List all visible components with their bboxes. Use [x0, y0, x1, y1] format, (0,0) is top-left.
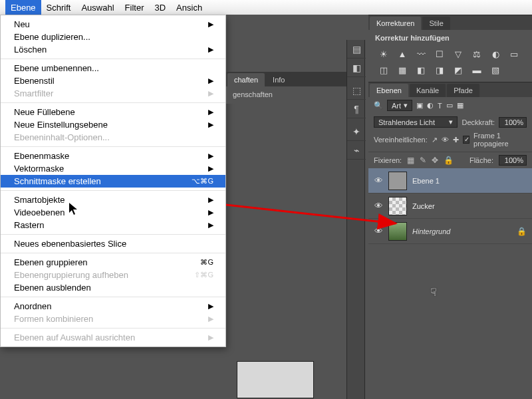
menu-item-label: Ebene umbenennen... — [14, 63, 99, 73]
submenu-arrow-icon: ▶ — [208, 120, 213, 129]
levels-icon[interactable]: ▲ — [396, 49, 408, 59]
layer-row[interactable]: 👁Ebene 1 — [368, 168, 532, 194]
menu-item-label: Ebeneninhalt-Optionen... — [14, 132, 110, 142]
filter-pixel-icon[interactable]: ▣ — [416, 101, 423, 110]
layer-name[interactable]: Zucker — [412, 202, 435, 210]
dock-icon[interactable]: ✦ — [347, 122, 366, 141]
menu-item[interactable]: Ebenen ausblenden — [1, 281, 225, 294]
fill-input[interactable]: 100% — [499, 155, 527, 166]
layer-name[interactable]: Ebene 1 — [412, 177, 440, 185]
tab-stile[interactable]: Stile — [422, 17, 450, 30]
lock-brush-icon[interactable]: ✎ — [420, 156, 426, 165]
menu-auswahl[interactable]: Auswahl — [76, 0, 119, 15]
ebene-dropdown: Neu▶Ebene duplizieren...Löschen▶Ebene um… — [0, 15, 226, 347]
filter-type-select[interactable]: Art▾ — [387, 100, 412, 111]
menu-item-label: Neue Füllebene — [14, 107, 75, 117]
photo-filter-icon[interactable]: ▭ — [508, 49, 520, 59]
channel-mixer-icon[interactable]: ◫ — [378, 65, 390, 75]
submenu-arrow-icon: ▶ — [208, 315, 213, 323]
layer-thumbnail[interactable] — [388, 172, 407, 190]
layer-row[interactable]: 👁Zucker — [368, 194, 532, 219]
filter-type-icon[interactable]: T — [438, 102, 442, 110]
unify-position-icon[interactable]: ↗ — [432, 136, 438, 144]
blend-mode-select[interactable]: Strahlendes Licht ▾ — [374, 116, 458, 128]
filter-adjust-icon[interactable]: ◐ — [427, 101, 434, 110]
menu-item-label: Formen kombinieren — [14, 314, 93, 324]
menu-item-label: Ebenen ausblenden — [14, 283, 91, 293]
menu-item[interactable]: Neue Einstellungsebene▶ — [1, 118, 225, 131]
threshold-icon[interactable]: ◩ — [452, 65, 464, 75]
propagate-checkbox[interactable] — [463, 136, 469, 144]
menu-item: Ebeneninhalt-Optionen... — [1, 131, 225, 144]
properties-panel: chaften Info genschaften — [226, 72, 352, 104]
adjustments-panel: Korrekturen Stile Korrektur hinzufügen ☀… — [368, 15, 532, 82]
menu-item[interactable]: Rastern▶ — [1, 219, 225, 231]
selective-color-icon[interactable]: ▧ — [489, 65, 501, 75]
balance-icon[interactable]: ⚖ — [471, 49, 483, 59]
tab-korrekturen[interactable]: Korrekturen — [370, 17, 421, 30]
dock-icon[interactable]: ◧ — [347, 59, 366, 77]
tab-pfade[interactable]: Pfade — [447, 84, 479, 97]
menu-item-label: Anordnen — [14, 301, 51, 311]
opacity-input[interactable]: 100% — [499, 117, 527, 128]
menu-item[interactable]: Anordnen▶ — [1, 300, 225, 313]
menu-item[interactable]: Löschen▶ — [1, 43, 225, 56]
filter-shape-icon[interactable]: ▭ — [446, 101, 453, 110]
filter-smart-icon[interactable]: ▦ — [457, 101, 464, 110]
menu-item[interactable]: Ebenen gruppieren⌘G — [1, 256, 225, 269]
unify-style-icon[interactable]: ✚ — [453, 136, 459, 144]
menu-item[interactable]: Neu▶ — [1, 18, 225, 31]
layer-row[interactable]: 👁Hintergrund🔒 — [368, 219, 532, 244]
menu-item[interactable]: Vektormaske▶ — [1, 162, 225, 175]
exposure-icon[interactable]: ☐ — [434, 49, 446, 59]
color-lookup-icon[interactable]: ▦ — [396, 65, 408, 75]
menu-item-label: Neu — [14, 19, 30, 29]
lock-pixels-icon[interactable]: ▦ — [407, 156, 414, 165]
menu-item[interactable]: Videoebenen▶ — [1, 206, 225, 219]
tab-kanaele[interactable]: Kanäle — [410, 84, 446, 97]
gradient-map-icon[interactable]: ▬ — [471, 65, 483, 75]
menu-item[interactable]: Neues ebenenbasiertes Slice — [1, 237, 225, 250]
vibrance-icon[interactable]: ▽ — [452, 49, 464, 59]
unify-visibility-icon[interactable]: 👁 — [442, 136, 449, 144]
menu-item[interactable]: Ebenenstil▶ — [1, 74, 225, 87]
dock-icon[interactable]: ¶ — [347, 100, 366, 118]
dock-icon[interactable]: ⌁ — [347, 141, 366, 160]
posterize-icon[interactable]: ◨ — [434, 65, 446, 75]
menu-ansicht[interactable]: Ansich — [171, 0, 207, 15]
lock-position-icon[interactable]: ✥ — [432, 156, 438, 165]
dock-icon[interactable]: ▤ — [347, 40, 366, 59]
layers-panel: Ebenen Kanäle Pfade 🔍 Art▾ ▣ ◐ T ▭ ▦ Str… — [368, 82, 532, 244]
menu-schrift[interactable]: Schrift — [41, 0, 76, 15]
bw-icon[interactable]: ◐ — [489, 49, 501, 59]
menu-3d[interactable]: 3D — [149, 0, 171, 15]
menu-item[interactable]: Schnittmaske erstellen⌥⌘G — [1, 175, 225, 188]
tab-ebenen[interactable]: Ebenen — [370, 84, 408, 97]
menubar: Ebene Schrift Auswahl Filter 3D Ansich — [0, 0, 532, 15]
menu-filter[interactable]: Filter — [120, 0, 150, 15]
menu-item[interactable]: Smartobjekte▶ — [1, 194, 225, 206]
menu-item[interactable]: Ebenenmaske▶ — [1, 150, 225, 162]
layer-thumbnail[interactable] — [388, 222, 407, 241]
curves-icon[interactable]: 〰 — [415, 49, 427, 59]
tab-info[interactable]: Info — [266, 73, 291, 86]
dock-icon[interactable]: ⬚ — [347, 81, 366, 100]
tab-eigenschaften[interactable]: chaften — [227, 73, 265, 86]
layer-thumbnail[interactable] — [388, 197, 407, 215]
menu-ebene[interactable]: Ebene — [5, 0, 41, 15]
invert-icon[interactable]: ◧ — [415, 65, 427, 75]
brightness-icon[interactable]: ☀ — [378, 49, 390, 59]
menu-item: Smartfilter▶ — [1, 87, 225, 100]
visibility-toggle-icon[interactable]: 👁 — [374, 226, 383, 236]
layer-name[interactable]: Hintergrund — [412, 227, 450, 235]
menu-item[interactable]: Ebene umbenennen... — [1, 62, 225, 74]
visibility-toggle-icon[interactable]: 👁 — [374, 176, 383, 186]
menu-item-label: Videoebenen — [14, 207, 65, 217]
menu-item-label: Ebenen gruppieren — [14, 257, 88, 267]
submenu-arrow-icon: ▶ — [208, 45, 213, 54]
filter-type-icon[interactable]: 🔍 — [374, 101, 383, 110]
lock-all-icon[interactable]: 🔒 — [444, 156, 454, 165]
menu-item[interactable]: Ebene duplizieren... — [1, 31, 225, 43]
menu-item[interactable]: Neue Füllebene▶ — [1, 106, 225, 118]
visibility-toggle-icon[interactable]: 👁 — [374, 201, 383, 211]
